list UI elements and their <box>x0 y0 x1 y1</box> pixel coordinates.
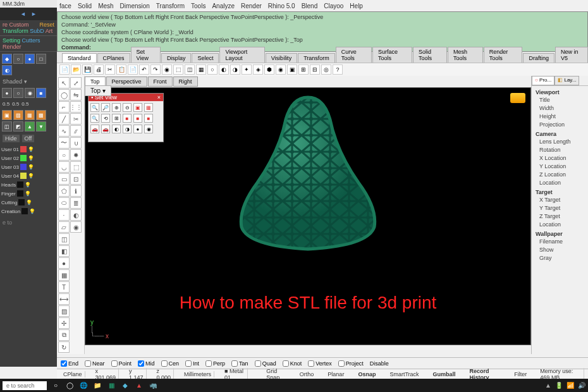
wifi-icon[interactable]: 📶 <box>567 382 574 389</box>
subd-label[interactable]: SubD <box>30 28 44 34</box>
view-icon[interactable]: ⊕ <box>112 103 121 112</box>
tool-icon[interactable]: ○ <box>207 64 217 75</box>
tab-standard[interactable]: Standard <box>62 53 97 63</box>
copy-icon[interactable]: 📋 <box>116 64 126 75</box>
tab-display[interactable]: Display <box>161 53 192 63</box>
tab-select[interactable]: Select <box>192 53 219 63</box>
redo-icon[interactable]: ↷ <box>150 64 161 75</box>
tool-icon[interactable]: ◉ <box>162 64 172 75</box>
view-icon[interactable]: ◐ <box>112 125 121 133</box>
art-label[interactable]: Art <box>46 28 53 34</box>
setview-floating-panel[interactable]: ▪ Set View × 🔍 🔎 ⊕ ⊖ ▣ ▦ 🔍 ⟲ ⊞ ■ ■ ■ 🚗 🚗… <box>88 93 164 142</box>
tab-transform[interactable]: Transform <box>298 53 335 63</box>
group-icon[interactable]: ⬚ <box>70 161 82 173</box>
tool-icon[interactable]: ◫ <box>185 64 195 75</box>
layer-row[interactable]: User 04💡 <box>1 171 56 180</box>
tab-drafting[interactable]: Drafting <box>523 53 554 63</box>
view-icon[interactable]: ⊞ <box>112 114 121 123</box>
tool-icon[interactable]: ◎ <box>321 64 331 75</box>
prop-row[interactable]: Y Location <box>536 162 584 171</box>
tool-icon[interactable]: ■ <box>36 88 46 98</box>
arc-icon[interactable]: ◡ <box>58 161 70 173</box>
tab-render[interactable]: Render Tools <box>484 47 523 63</box>
render-icon[interactable]: ◉ <box>70 221 82 233</box>
close-icon[interactable]: × <box>157 94 161 101</box>
layers-icon[interactable]: ≣ <box>70 197 82 209</box>
menu-item[interactable]: Mesh <box>98 3 113 9</box>
circle-icon[interactable]: ○ <box>58 149 70 161</box>
off-button[interactable]: Off <box>22 135 35 142</box>
layer-row[interactable]: Cutting💡 <box>1 198 56 207</box>
layer-row[interactable]: User 03💡 <box>1 162 56 171</box>
nav-back-icon[interactable]: ◄ <box>20 11 26 17</box>
explorer-icon[interactable]: 📁 <box>92 381 102 391</box>
osnap-int[interactable]: Int <box>185 360 199 367</box>
menu-item[interactable]: Transform <box>156 3 185 9</box>
prop-row[interactable]: Lens Length <box>536 138 584 146</box>
polygon-icon[interactable]: ⬠ <box>58 185 70 197</box>
copy-icon[interactable]: ⧉ <box>58 329 70 341</box>
osnap-knot[interactable]: Knot <box>283 360 302 367</box>
dim-icon[interactable]: ⟷ <box>58 293 70 305</box>
menu-item[interactable]: Analyze <box>212 3 235 9</box>
mesh-icon[interactable]: ▦ <box>58 269 70 281</box>
edge-icon[interactable]: 🌐 <box>78 381 89 391</box>
loft-icon[interactable]: ◫ <box>58 233 70 245</box>
scale-y[interactable]: 0.5 <box>12 101 19 107</box>
prop-row[interactable]: Width <box>536 104 584 113</box>
menu-item[interactable]: Render <box>241 3 262 9</box>
view-icon[interactable]: ▦ <box>144 103 153 112</box>
reset-button[interactable]: Reset <box>39 21 54 28</box>
scale-icon[interactable]: ⤢ <box>70 77 82 89</box>
tool-icon[interactable]: ⊟ <box>310 64 320 75</box>
paste-icon[interactable]: 📄 <box>128 64 138 75</box>
tool-icon[interactable]: ◩ <box>13 121 23 132</box>
prop-row[interactable]: Z Location <box>536 171 584 179</box>
scale-z[interactable]: 0.5 <box>21 101 28 107</box>
tray-up-icon[interactable]: ▲ <box>545 382 551 389</box>
properties-icon[interactable]: ℹ <box>70 185 82 197</box>
battery-icon[interactable]: 🔋 <box>555 382 563 389</box>
tool-icon[interactable]: ✦ <box>242 64 252 75</box>
tool-icon[interactable]: ▲ <box>25 121 35 132</box>
app-icon[interactable]: ◆ <box>120 381 130 391</box>
menu-item[interactable]: Solid <box>78 3 92 9</box>
save-icon[interactable]: 💾 <box>82 64 92 75</box>
view-icon[interactable]: ▣ <box>133 103 142 112</box>
prop-row[interactable]: Z Target <box>536 212 584 221</box>
point-icon[interactable]: · <box>58 209 70 221</box>
status-units[interactable]: Millimeters <box>181 371 214 377</box>
excel-icon[interactable]: ▦ <box>106 381 116 391</box>
prop-row[interactable]: X Location <box>536 154 584 162</box>
tool-icon[interactable]: ⬚ <box>173 64 183 75</box>
menu-item[interactable]: Blend <box>302 3 318 9</box>
command-history[interactable]: Choose world view ( Top Bottom Left Righ… <box>57 11 588 52</box>
osnap-mid[interactable]: Mid <box>138 360 155 367</box>
setting-label[interactable]: Setting <box>3 37 20 44</box>
tool-icon[interactable]: ◉ <box>276 64 286 75</box>
menu-item[interactable]: Rhino 5.0 <box>268 3 295 9</box>
tool-icon[interactable]: ● <box>2 88 12 98</box>
layer-row[interactable]: Creation💡 <box>1 207 56 216</box>
line-icon[interactable]: ╱ <box>58 113 70 125</box>
osnap-tan[interactable]: Tan <box>231 360 248 367</box>
solid-icon[interactable]: ◧ <box>58 245 70 257</box>
tab-cplanes[interactable]: CPlanes <box>97 53 130 63</box>
layer-row[interactable]: User 02💡 <box>1 154 56 162</box>
osnap-vertex[interactable]: Vertex <box>308 360 332 367</box>
rotate-icon[interactable]: ↻ <box>58 341 70 353</box>
cortana-icon[interactable]: ◯ <box>64 381 75 391</box>
trim-icon[interactable]: ✂ <box>70 113 82 125</box>
menu-item[interactable]: Help <box>350 3 363 9</box>
prop-row[interactable]: Filename <box>536 238 584 246</box>
lasso-icon[interactable]: ◯ <box>58 89 70 101</box>
view-icon[interactable]: ■ <box>133 114 142 123</box>
mode-smarttrack[interactable]: SmartTrack <box>386 371 422 377</box>
view-icon[interactable]: 🚗 <box>90 125 99 133</box>
view-icon[interactable]: ◉ <box>144 125 153 133</box>
tool-icon[interactable]: ▣ <box>287 64 297 75</box>
prop-row[interactable]: Y Target <box>536 204 584 212</box>
vp-tab-right[interactable]: Right <box>173 77 198 87</box>
osnap-disable[interactable]: Disable <box>370 360 389 367</box>
compass-icon[interactable] <box>510 93 525 103</box>
